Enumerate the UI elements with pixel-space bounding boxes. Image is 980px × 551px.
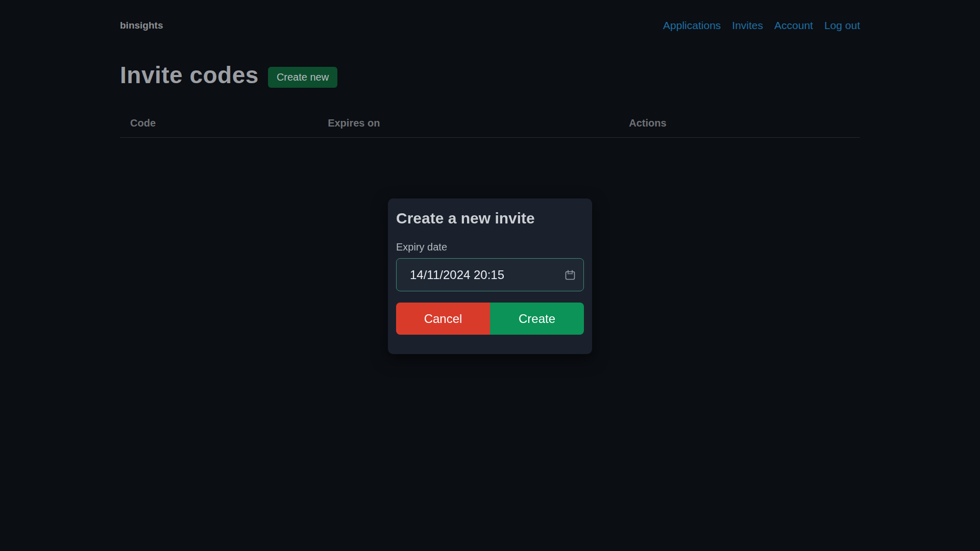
nav-link-logout[interactable]: Log out [824,19,860,32]
navbar: binsights Applications Invites Account L… [120,0,860,32]
cancel-button[interactable]: Cancel [396,303,490,335]
nav-link-applications[interactable]: Applications [663,19,721,32]
modal-buttons: Cancel Create [396,303,584,335]
modal-title: Create a new invite [396,210,584,227]
column-header-code: Code [120,112,317,138]
brand-logo: binsights [120,20,163,31]
table-header-row: Code Expires on Actions [120,112,860,138]
nav-link-account[interactable]: Account [774,19,813,32]
create-new-button[interactable]: Create new [268,67,337,88]
create-button[interactable]: Create [490,303,584,335]
column-header-actions: Actions [619,112,860,138]
title-row: Invite codes Create new [120,61,860,89]
expiry-date-label: Expiry date [396,241,584,253]
page-title: Invite codes [120,61,259,89]
expiry-date-input[interactable] [396,258,584,291]
column-header-expires-on: Expires on [317,112,619,138]
calendar-icon[interactable] [565,269,576,281]
invite-codes-table: Code Expires on Actions [120,112,860,138]
nav-link-invites[interactable]: Invites [732,19,763,32]
nav-links: Applications Invites Account Log out [663,19,860,32]
create-invite-modal: Create a new invite Expiry date Cancel C… [388,198,592,354]
expiry-date-field-wrap [396,258,584,291]
